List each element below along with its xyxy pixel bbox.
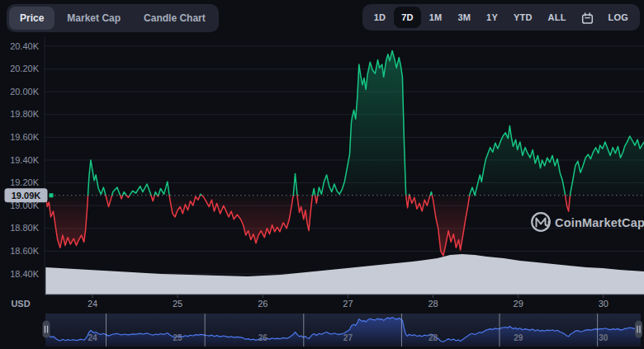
range-1d[interactable]: 1D (367, 7, 393, 28)
y-tick-label: 19.60K (10, 132, 40, 142)
y-tick-label: 18.60K (10, 246, 40, 256)
x-tick-label: 24 (88, 299, 97, 309)
calendar-icon[interactable] (575, 8, 600, 27)
log-scale-button[interactable]: LOG (601, 7, 636, 28)
navigator-date-label: 27 (343, 333, 353, 342)
chart-header: PriceMarket CapCandle Chart 1D7D1M3M1YYT… (7, 4, 640, 32)
navigator: 24252627282930 (43, 314, 643, 347)
fill-below (201, 196, 293, 243)
x-tick-label: 30 (599, 299, 608, 309)
price-chart-module: 20.40K20.20K20.00K19.80K19.60K19.40K19.2… (0, 0, 644, 349)
navigator-date-label: 25 (173, 333, 183, 342)
chart-type-switcher: PriceMarket CapCandle Chart (7, 4, 219, 32)
range-all[interactable]: ALL (541, 7, 574, 28)
y-tick-label: 18.80K (10, 223, 40, 233)
current-price-badge-label: 19.09K (12, 191, 41, 200)
x-tick-label: 26 (258, 299, 268, 309)
handle-grip-line (47, 326, 48, 333)
navigator-date-label: 30 (599, 333, 608, 342)
navigator-date-label: 28 (429, 333, 438, 342)
handle-pill (635, 321, 642, 338)
currency-label: USD (11, 299, 30, 309)
range-1m[interactable]: 1M (422, 7, 450, 28)
calendar-icon-glyph (581, 12, 594, 25)
watermark-text: CoinMarketCap (555, 216, 644, 229)
range-ytd[interactable]: YTD (506, 7, 540, 28)
x-tick-label: 25 (173, 299, 182, 309)
series-start-marker (50, 193, 54, 197)
fill-above (318, 51, 406, 196)
coinmarketcap-logo-m (537, 219, 549, 227)
navigator-date-label: 24 (88, 333, 97, 342)
x-tick-label: 29 (514, 299, 523, 309)
y-tick-label: 20.00K (10, 87, 40, 97)
y-tick-label: 20.20K (10, 64, 40, 73)
y-tick-label: 19.20K (10, 177, 40, 187)
y-tick-label: 19.40K (10, 155, 40, 165)
x-axis-labels: 24252627282930 (88, 295, 608, 309)
y-tick-label: 19.80K (10, 109, 40, 119)
navigator-date-label: 29 (514, 333, 523, 342)
y-tick-label: 20.40K (10, 41, 40, 51)
handle-grip-line (639, 326, 640, 333)
time-range-switcher: 1D7D1M3M1YYTDALL LOG (362, 4, 640, 31)
handle-pill (43, 321, 50, 338)
y-tick-label: 18.40K (10, 269, 40, 279)
range-1y[interactable]: 1Y (479, 7, 505, 28)
range-3m[interactable]: 3M (450, 7, 478, 28)
range-7d[interactable]: 7D (394, 7, 420, 28)
x-tick-label: 27 (343, 299, 353, 309)
tab-price[interactable]: Price (9, 7, 54, 30)
tab-candle-chart[interactable]: Candle Chart (133, 7, 216, 30)
price-chart-canvas[interactable]: 20.40K20.20K20.00K19.80K19.60K19.40K19.2… (0, 0, 644, 349)
tab-market-cap[interactable]: Market Cap (56, 7, 131, 30)
handle-grip-line (45, 326, 45, 333)
x-tick-label: 28 (428, 299, 438, 309)
navigator-left-handle[interactable] (43, 321, 50, 338)
handle-grip-line (637, 326, 637, 333)
volume-area (45, 254, 644, 295)
y-axis-labels: 20.40K20.20K20.00K19.80K19.60K19.40K19.2… (10, 41, 40, 279)
range-buttons: 1D7D1M3M1YYTDALL (367, 7, 574, 28)
navigator-right-handle[interactable] (635, 321, 642, 338)
navigator-date-label: 26 (258, 333, 268, 342)
fill-above (571, 136, 644, 196)
